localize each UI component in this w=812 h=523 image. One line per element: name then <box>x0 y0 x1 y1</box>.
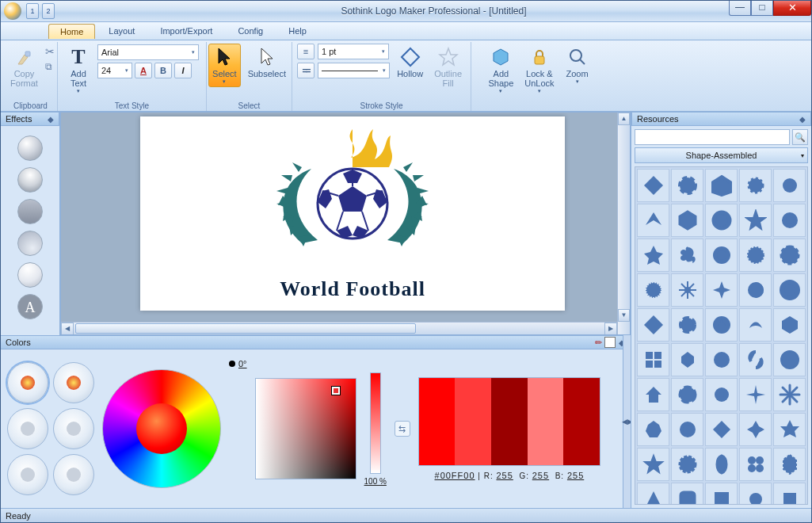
horizontal-scrollbar[interactable]: ◀ ▶ <box>61 322 617 334</box>
shape-thumb[interactable] <box>705 448 738 481</box>
shape-thumb[interactable] <box>637 169 669 202</box>
pin-icon[interactable]: ◆ <box>799 115 806 124</box>
shape-thumb[interactable] <box>739 378 772 411</box>
shape-thumb[interactable] <box>671 308 703 342</box>
canvas-page[interactable]: World Football <box>140 116 565 311</box>
search-button[interactable]: 🔍 <box>792 129 808 145</box>
shape-thumb[interactable] <box>637 204 669 237</box>
effect-flat[interactable] <box>17 199 43 224</box>
eyedropper-icon[interactable]: ✐ <box>592 336 604 349</box>
bold-button[interactable]: B <box>154 63 172 78</box>
select-tool-button[interactable]: Select ▾ <box>208 44 241 87</box>
window-maximize[interactable]: □ <box>751 1 773 16</box>
vertical-scrollbar[interactable]: ▲ ▼ <box>617 113 630 334</box>
window-minimize[interactable]: — <box>729 1 751 16</box>
menu-layout[interactable]: Layout <box>97 23 147 39</box>
color-pot-5[interactable] <box>7 454 48 495</box>
color-wheel[interactable] <box>102 369 221 488</box>
shape-thumb[interactable] <box>705 273 738 307</box>
lock-unlock-button[interactable]: Lock & UnLock▾ <box>520 44 558 97</box>
shape-thumb[interactable] <box>773 343 806 376</box>
window-close[interactable]: ✕ <box>773 1 811 16</box>
shape-thumb[interactable] <box>739 273 772 307</box>
logo-text[interactable]: World Football <box>242 277 463 301</box>
shape-thumb[interactable] <box>739 343 772 376</box>
effect-sphere-1[interactable] <box>17 136 43 161</box>
cut-icon[interactable]: ✂ <box>45 45 55 58</box>
shape-thumb[interactable] <box>739 308 772 342</box>
shape-thumb[interactable] <box>773 413 806 446</box>
color-pot-6[interactable] <box>53 454 94 495</box>
shape-thumb[interactable] <box>671 343 703 376</box>
add-text-button[interactable]: T Add Text ▾ <box>63 44 94 97</box>
shape-thumb[interactable] <box>671 204 703 237</box>
shape-thumb[interactable] <box>637 413 669 446</box>
shape-thumb[interactable] <box>637 448 669 481</box>
shape-thumb[interactable] <box>671 239 703 272</box>
color-pot-2[interactable] <box>53 362 94 403</box>
shape-thumb[interactable] <box>773 169 806 202</box>
menu-help[interactable]: Help <box>276 23 318 39</box>
color-pot-1[interactable] <box>7 362 48 403</box>
shape-thumb[interactable] <box>739 169 772 202</box>
font-size-combo[interactable]: 24▾ <box>97 63 132 78</box>
shape-thumb[interactable] <box>739 448 772 481</box>
shape-thumb[interactable] <box>705 308 738 342</box>
shape-thumb[interactable] <box>705 378 738 411</box>
color-swatches[interactable] <box>418 377 600 466</box>
shape-thumb[interactable] <box>705 483 738 505</box>
zoom-button[interactable]: Zoom▾ <box>562 44 593 87</box>
shape-thumb[interactable] <box>637 343 669 376</box>
shape-thumb[interactable] <box>671 483 703 505</box>
copy-icon[interactable]: ⧉ <box>45 61 55 72</box>
shape-thumb[interactable] <box>773 273 806 307</box>
shape-thumb[interactable] <box>637 483 669 505</box>
effect-text[interactable]: A <box>17 294 43 319</box>
resource-search-input[interactable] <box>635 129 790 145</box>
font-color-button[interactable]: A <box>135 63 152 78</box>
shape-thumb[interactable] <box>739 204 772 237</box>
shape-thumb[interactable] <box>671 169 703 202</box>
shape-thumb[interactable] <box>637 273 669 307</box>
stroke-weight-combo[interactable]: 1 pt▾ <box>318 44 389 59</box>
color-pot-4[interactable] <box>53 408 94 449</box>
color-pot-3[interactable] <box>7 408 48 449</box>
shape-thumb[interactable] <box>739 483 772 505</box>
hollow-button[interactable]: Hollow <box>393 44 427 81</box>
quick-slot-1[interactable]: 1 <box>26 3 39 19</box>
shape-thumb[interactable] <box>739 239 772 272</box>
value-slider[interactable] <box>370 372 381 474</box>
shape-thumb[interactable] <box>705 413 738 446</box>
canvas-area[interactable]: World Football ▲ ▼ ◀ ▶ <box>60 112 631 335</box>
subselect-tool-button[interactable]: Subselect <box>244 44 290 81</box>
quick-slot-2[interactable]: 2 <box>42 3 55 19</box>
shape-thumb[interactable] <box>773 448 806 481</box>
effect-sphere-3[interactable] <box>17 231 43 256</box>
shape-thumb[interactable] <box>637 378 669 411</box>
shape-thumb[interactable] <box>705 169 738 202</box>
effect-sphere-2[interactable] <box>17 167 43 193</box>
effect-glass[interactable] <box>17 262 43 288</box>
copy-format-button[interactable]: Copy Format <box>6 44 42 90</box>
stroke-style-combo[interactable]: ▾ <box>318 63 390 78</box>
shape-thumb[interactable] <box>739 413 772 446</box>
shape-thumb[interactable] <box>671 378 703 411</box>
stroke-weight-icon[interactable]: ≡ <box>297 44 315 59</box>
menu-import-export[interactable]: Import/Export <box>148 23 224 39</box>
stroke-style-icon[interactable]: == <box>297 63 315 78</box>
shape-thumb[interactable] <box>637 308 669 342</box>
shape-thumb[interactable] <box>671 273 703 307</box>
shape-thumb[interactable] <box>705 343 738 376</box>
shape-thumb[interactable] <box>637 239 669 272</box>
shape-thumb[interactable] <box>705 204 738 237</box>
menu-home[interactable]: Home <box>48 24 95 39</box>
shape-thumb[interactable] <box>773 239 806 272</box>
resource-category-combo[interactable]: Shape-Assembled▾ <box>635 147 808 163</box>
shape-thumb[interactable] <box>773 204 806 237</box>
menu-config[interactable]: Config <box>226 23 275 39</box>
logo-artwork[interactable] <box>250 124 456 271</box>
panel-expander[interactable]: ◀▶ <box>623 335 631 508</box>
saturation-value-box[interactable] <box>255 378 356 479</box>
current-color-swatch[interactable] <box>604 337 616 348</box>
shape-thumb[interactable] <box>671 448 703 481</box>
